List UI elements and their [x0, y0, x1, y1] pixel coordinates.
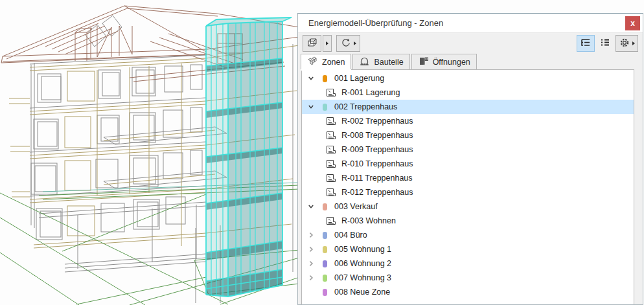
zone-stamp-icon	[326, 131, 336, 140]
room-label: R-011 Treppenhaus	[341, 174, 413, 183]
zone-label: 005 Wohnung 1	[334, 245, 391, 254]
zone-color-chip	[323, 289, 327, 296]
close-button[interactable]: x	[625, 16, 640, 30]
energy-model-panel: Energiemodell-Überprüfung - Zonen x	[297, 13, 643, 305]
app-root: Energiemodell-Überprüfung - Zonen x	[0, 0, 644, 305]
dropdown-arrow-icon	[354, 41, 356, 45]
zone-stamp-icon	[326, 174, 336, 183]
zone-row[interactable]: 005 Wohnung 1	[302, 242, 634, 256]
panel-title: Energiemodell-Überprüfung - Zonen	[308, 18, 443, 28]
zone-color-chip	[323, 260, 327, 267]
zone-row[interactable]: 004 Büro	[302, 228, 634, 242]
room-label: R-009 Treppenhaus	[341, 145, 413, 154]
room-row[interactable]: R-010 Treppenhaus	[302, 157, 634, 171]
tab-label: Öffnungen	[433, 58, 470, 67]
room-label: R-010 Treppenhaus	[341, 159, 413, 168]
flat-list-icon	[599, 38, 611, 49]
door-opening-icon	[418, 56, 429, 68]
zone-stamp-icon	[326, 188, 336, 197]
zone-color-chip	[323, 203, 327, 210]
tree-view-toggle[interactable]	[577, 35, 595, 52]
show-in-3d-button[interactable]	[303, 35, 321, 52]
chevron-right-icon[interactable]	[308, 260, 319, 267]
zone-label: 008 Neue Zone	[334, 288, 390, 297]
zone-label: 007 Wohnung 3	[334, 273, 391, 282]
chevron-right-icon[interactable]	[308, 275, 319, 281]
zone-stamp-icon	[326, 145, 336, 154]
chevron-down-icon[interactable]	[308, 75, 319, 82]
room-row[interactable]: R-003 Wohnen	[302, 214, 634, 228]
refresh-icon	[340, 37, 352, 51]
zone-label: 002 Treppenhaus	[334, 102, 397, 111]
room-row[interactable]: R-012 Treppenhaus	[302, 185, 634, 199]
zone-color-chip	[323, 232, 327, 239]
chevron-down-icon[interactable]	[308, 203, 319, 210]
zone-color-chip	[323, 104, 327, 111]
building-element-icon	[359, 56, 370, 68]
room-label: R-002 Treppenhaus	[341, 117, 413, 126]
tab-bauteile[interactable]: Bauteile	[352, 54, 409, 69]
room-label: R-001 Lagerung	[341, 88, 400, 97]
zone-row[interactable]: 008 Neue Zone	[302, 285, 634, 299]
show-in-3d-dropdown[interactable]	[323, 35, 332, 52]
dropdown-arrow-icon	[632, 41, 635, 45]
room-label: R-008 Treppenhaus	[341, 131, 413, 140]
zone-color-chip	[323, 275, 327, 282]
zone-label: 003 Verkauf	[334, 202, 378, 211]
zone-row[interactable]: 002 Treppenhaus	[302, 100, 634, 114]
zone-stamp-icon	[326, 216, 336, 225]
zone-label: 001 Lagerung	[334, 74, 384, 83]
selected-zone-prism	[206, 17, 292, 297]
zone-stamp-icon	[326, 88, 336, 97]
flat-view-toggle[interactable]	[596, 35, 614, 52]
room-row[interactable]: R-009 Treppenhaus	[302, 142, 634, 157]
room-row[interactable]: R-001 Lagerung	[302, 85, 634, 100]
tab-zonen[interactable]: Zonen	[301, 54, 351, 69]
zones-cubes-icon	[307, 56, 318, 68]
zone-stamp-icon	[326, 117, 336, 126]
tree-view-icon	[580, 38, 592, 49]
panel-toolbar	[298, 33, 643, 54]
room-label: R-003 Wohnen	[341, 216, 396, 225]
chevron-right-icon[interactable]	[308, 246, 319, 253]
dropdown-arrow-icon	[326, 41, 328, 45]
zone-row[interactable]: 007 Wohnung 3	[302, 271, 634, 285]
tab-oeffnungen[interactable]: Öffnungen	[411, 54, 477, 69]
room-row[interactable]: R-011 Treppenhaus	[302, 171, 634, 185]
panel-titlebar[interactable]: Energiemodell-Überprüfung - Zonen x	[298, 14, 643, 33]
chevron-right-icon[interactable]	[308, 232, 319, 238]
zone-tree: 001 LagerungR-001 Lagerung002 Treppenhau…	[301, 69, 634, 304]
zone-stamp-icon	[326, 159, 336, 168]
chevron-down-icon[interactable]	[308, 104, 319, 110]
room-label: R-012 Treppenhaus	[341, 188, 413, 197]
gear-icon	[619, 37, 630, 51]
zone-row[interactable]: 006 Wohnung 2	[302, 256, 634, 271]
settings-button[interactable]	[615, 35, 638, 52]
tab-label: Bauteile	[374, 58, 403, 67]
zone-label: 006 Wohnung 2	[334, 259, 391, 268]
zone-label: 004 Büro	[334, 231, 367, 240]
tab-label: Zonen	[322, 58, 345, 67]
tab-bar: Zonen Bauteile	[298, 54, 643, 69]
room-row[interactable]: R-002 Treppenhaus	[302, 114, 634, 128]
zone-color-chip	[323, 246, 327, 253]
zone-row[interactable]: 003 Verkauf	[302, 199, 634, 214]
update-button[interactable]	[336, 35, 360, 52]
cube-3d-icon	[306, 37, 318, 50]
zone-color-chip	[323, 75, 327, 82]
zone-row[interactable]: 001 Lagerung	[302, 71, 634, 85]
room-row[interactable]: R-008 Treppenhaus	[302, 128, 634, 142]
